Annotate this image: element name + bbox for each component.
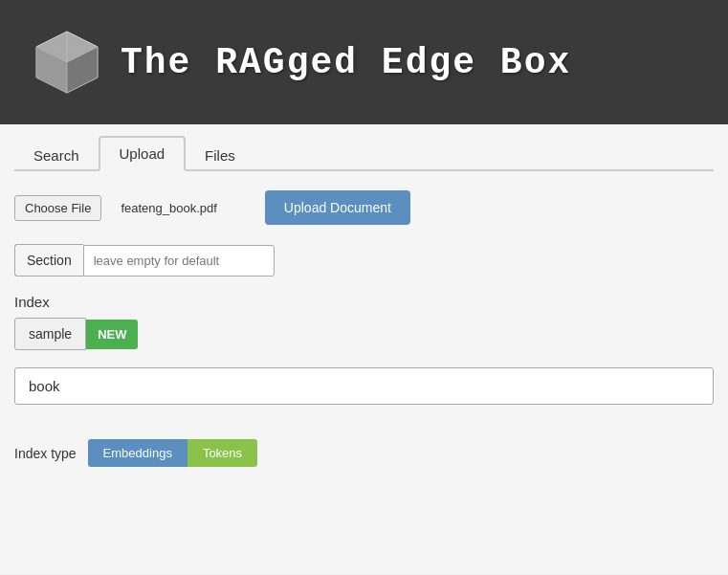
app-logo bbox=[29, 24, 105, 100]
app-title: The RAGged Edge Box bbox=[121, 42, 571, 83]
upload-form: Choose File feateng_book.pdf Upload Docu… bbox=[14, 190, 714, 467]
header: The RAGged Edge Box bbox=[0, 0, 728, 124]
index-label: Index bbox=[14, 294, 714, 310]
main-content: Search Upload Files Choose File feateng_… bbox=[0, 124, 728, 574]
tab-search[interactable]: Search bbox=[14, 140, 99, 171]
file-name-display: feateng_book.pdf bbox=[121, 201, 216, 215]
index-new-button[interactable]: NEW bbox=[86, 320, 138, 349]
index-type-tokens-button[interactable]: Tokens bbox=[188, 439, 257, 467]
index-name-input[interactable] bbox=[14, 367, 714, 405]
index-type-row: Index type Embeddings Tokens bbox=[14, 439, 714, 467]
index-type-toggle: Embeddings Tokens bbox=[88, 439, 257, 467]
index-toggle: sample NEW bbox=[14, 318, 714, 350]
tab-bar: Search Upload Files bbox=[14, 134, 714, 171]
index-section: Index sample NEW bbox=[14, 294, 714, 422]
index-type-embeddings-button[interactable]: Embeddings bbox=[88, 439, 188, 467]
index-name-display: sample bbox=[14, 318, 86, 350]
section-input[interactable] bbox=[83, 245, 275, 276]
choose-file-button[interactable]: Choose File bbox=[14, 195, 101, 221]
section-row: Section bbox=[14, 244, 714, 276]
upload-document-button[interactable]: Upload Document bbox=[265, 190, 410, 225]
index-type-label: Index type bbox=[14, 446, 77, 461]
tab-upload[interactable]: Upload bbox=[99, 136, 187, 171]
section-label: Section bbox=[14, 244, 83, 276]
tab-files[interactable]: Files bbox=[186, 140, 254, 171]
file-chooser-row: Choose File feateng_book.pdf Upload Docu… bbox=[14, 190, 714, 225]
